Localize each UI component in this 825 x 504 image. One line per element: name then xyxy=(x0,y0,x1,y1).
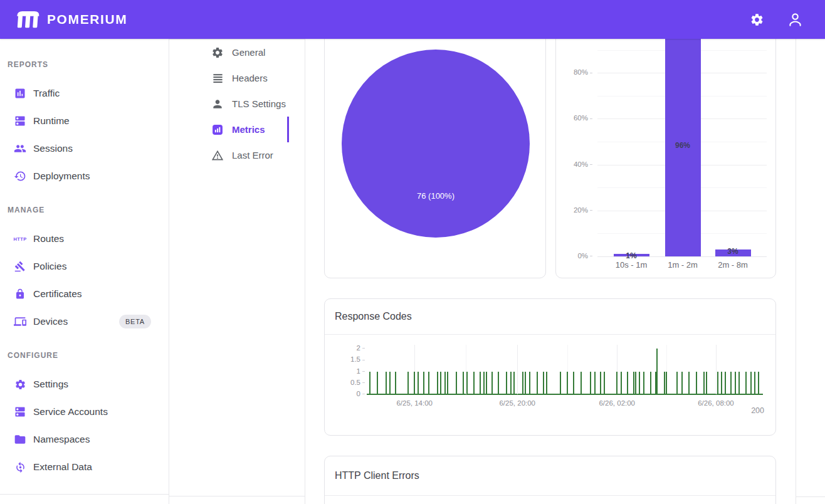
spike-bar xyxy=(717,372,718,395)
beta-badge: BETA xyxy=(119,315,151,328)
spike-bar xyxy=(463,372,464,395)
tab-label: Last Error xyxy=(232,150,273,160)
sidebar-bottom-divider xyxy=(0,494,169,495)
duration-pie-card: 76 (100%) xyxy=(324,39,546,278)
sidebar-item-label: Sessions xyxy=(33,143,73,154)
chart-icon xyxy=(211,123,224,136)
sidebar-item-runtime[interactable]: Runtime xyxy=(0,107,169,135)
settings-button[interactable] xyxy=(750,13,764,27)
gear-icon xyxy=(750,13,764,27)
metrics-panel: 76 (100%) 0%20%40%60%80% 1%96%3% 10s - 1… xyxy=(305,39,796,504)
sidebar-item-label: Settings xyxy=(33,379,68,390)
section-manage: MANAGE xyxy=(0,206,169,214)
pomerium-logo: POMERIUM xyxy=(14,8,127,31)
tab-label: Headers xyxy=(232,73,268,83)
sidebar-item-service-accounts[interactable]: Service Accounts xyxy=(0,398,169,426)
sidebar-item-namespaces[interactable]: Namespaces xyxy=(0,426,169,453)
spike-bar xyxy=(666,372,667,395)
sidebar-item-devices[interactable]: Devices BETA xyxy=(0,308,169,335)
spike-bar xyxy=(590,372,591,395)
spike-bar xyxy=(543,372,544,395)
spike-bar xyxy=(456,372,457,395)
server-icon xyxy=(14,115,26,127)
spike-bar xyxy=(529,372,530,395)
spike-bar xyxy=(635,372,636,395)
spike-bar xyxy=(486,372,487,395)
x-tick-label: 6/26, 02:00 xyxy=(587,399,647,407)
gear-icon xyxy=(211,46,224,59)
spike-bar xyxy=(754,372,755,395)
x-tick-label: 6/25, 14:00 xyxy=(384,399,444,407)
pie-slice xyxy=(342,50,530,238)
spike-bar xyxy=(560,372,561,395)
account-button[interactable] xyxy=(787,11,804,28)
server-icon xyxy=(14,406,26,418)
sidebar-item-label: Traffic xyxy=(33,88,60,99)
bar-value-label: 96% xyxy=(664,141,702,150)
sidebar-item-label: Runtime xyxy=(33,115,70,127)
spike-bar xyxy=(573,372,574,395)
sidebar-item-sessions[interactable]: Sessions xyxy=(0,135,169,162)
sidebar-item-label: Service Accounts xyxy=(33,406,108,417)
sidebar-item-deployments[interactable]: Deployments xyxy=(0,162,169,190)
spike-bar xyxy=(639,372,640,395)
spike-bar xyxy=(703,372,705,395)
category-label: 10s - 1m xyxy=(606,260,656,270)
gavel-icon xyxy=(14,260,26,273)
tab-last-error[interactable]: Last Error xyxy=(169,142,305,168)
x-tick-label: 6/26, 08:00 xyxy=(686,399,746,407)
category-label: 2m - 8m xyxy=(708,260,758,270)
duration-y-axis: 0%20%40%60%80% xyxy=(556,39,592,265)
spike-bar xyxy=(567,372,568,395)
sidebar-item-label: Deployments xyxy=(33,171,90,182)
bar-value-label: 1% xyxy=(612,251,650,260)
spike-bar xyxy=(473,372,475,395)
sidebar-item-label: Policies xyxy=(33,261,66,272)
response-codes-card: Response Codes 00.511.52 6/25, 14:006/25… xyxy=(324,298,776,436)
spike-bar xyxy=(546,372,547,395)
route-subnav: General Headers TLS Settings Metrics Las… xyxy=(169,39,305,504)
brand-name: POMERIUM xyxy=(47,12,127,27)
series-legend: 200 xyxy=(751,406,764,415)
tab-label: General xyxy=(232,47,265,58)
spike-bar xyxy=(621,372,622,395)
spike-bar xyxy=(522,372,523,395)
tab-headers[interactable]: Headers xyxy=(169,65,305,91)
spike-bar xyxy=(656,349,658,394)
spike-bar xyxy=(395,372,396,395)
sidebar-item-routes[interactable]: HTTP Routes xyxy=(0,225,169,253)
sidebar-item-certificates[interactable]: Certificates xyxy=(0,280,169,308)
spike-bar xyxy=(428,372,429,395)
spike-bar xyxy=(369,372,370,395)
spike-bar xyxy=(633,372,634,395)
response-codes-plot xyxy=(369,345,761,394)
spike-bar xyxy=(414,372,415,395)
http-icon: HTTP xyxy=(14,233,26,245)
spike-bar xyxy=(681,372,683,395)
spike-bar xyxy=(377,372,378,395)
app-header: POMERIUM xyxy=(0,0,825,39)
tab-tls-settings[interactable]: TLS Settings xyxy=(169,91,305,117)
spike-bar xyxy=(725,372,726,395)
sidebar-item-label: Devices xyxy=(33,316,68,327)
spike-bar xyxy=(616,372,617,395)
sidebar-item-settings[interactable]: Settings xyxy=(0,370,169,398)
devices-icon xyxy=(14,315,26,328)
tab-metrics[interactable]: Metrics xyxy=(169,117,305,142)
spike-bar xyxy=(483,372,485,395)
tab-label: Metrics xyxy=(232,124,265,135)
section-configure: CONFIGURE xyxy=(0,351,169,360)
person-icon xyxy=(787,11,804,28)
sidebar-item-label: Routes xyxy=(33,233,64,244)
lock-icon xyxy=(14,288,26,300)
sidebar-item-traffic[interactable]: Traffic xyxy=(0,80,169,107)
spike-bar xyxy=(730,372,732,395)
spike-bar xyxy=(650,372,651,395)
tab-general[interactable]: General xyxy=(169,39,305,65)
lines-icon xyxy=(211,72,224,85)
sidebar-item-policies[interactable]: Policies xyxy=(0,253,169,280)
spike-bar xyxy=(688,372,690,395)
sidebar-item-external-data[interactable]: External Data xyxy=(0,453,169,481)
spike-bar xyxy=(423,372,424,395)
spike-bar xyxy=(498,372,499,395)
